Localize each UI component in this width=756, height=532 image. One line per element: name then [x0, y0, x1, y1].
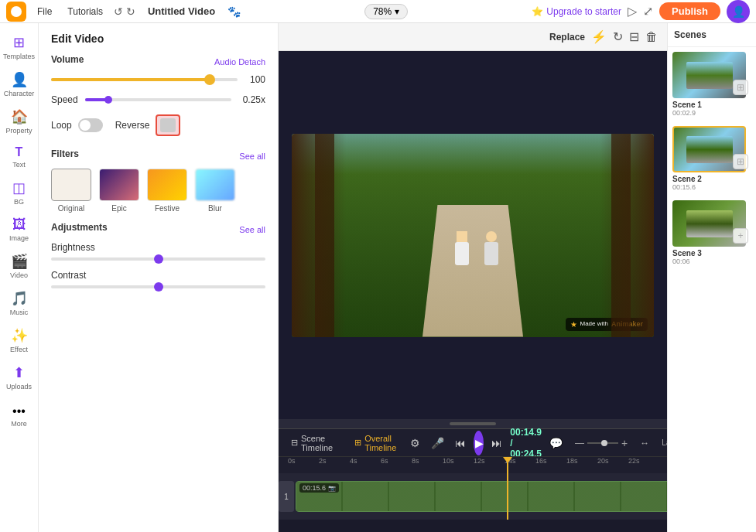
volume-value: 100: [244, 74, 265, 85]
sidebar-item-more[interactable]: ••• More: [2, 400, 36, 432]
loop-toggle[interactable]: [78, 118, 103, 132]
reverse-toggle[interactable]: [156, 114, 180, 136]
character-icon: 👤: [11, 71, 28, 88]
share-button[interactable]: ⤢: [643, 4, 653, 19]
runners: [455, 231, 498, 265]
scene-timeline-icon: ⊟: [291, 438, 298, 448]
filter-epic[interactable]: Epic: [99, 169, 139, 213]
loop-icon[interactable]: ↻: [613, 29, 623, 44]
tick-4s: 4s: [350, 457, 357, 465]
settings-icon[interactable]: ⚙: [407, 435, 423, 451]
contrast-slider[interactable]: [51, 285, 265, 288]
voice-icon[interactable]: 🎤: [428, 435, 447, 451]
play-icon: ▶: [475, 437, 484, 449]
scene-timeline-tab[interactable]: ⊟ Scene Timeline: [285, 432, 339, 454]
sidebar-item-music[interactable]: 🎵 Music: [2, 285, 36, 321]
tutorials-menu[interactable]: Tutorials: [63, 6, 108, 17]
sidebar-item-effect[interactable]: ✨ Effect: [2, 322, 36, 358]
animate-icon[interactable]: ⚡: [591, 29, 607, 44]
file-menu[interactable]: File: [32, 6, 56, 17]
center-area: Replace ⚡ ↻ ⊟ 🗑: [279, 23, 667, 532]
edit-panel: Edit Video Volume Audio Detach 100 Speed…: [39, 23, 279, 532]
volume-label: Volume: [51, 54, 84, 65]
zoom-control[interactable]: 78% ▾: [364, 4, 408, 19]
split-icon[interactable]: ⊟: [629, 29, 639, 44]
scene-1-preview: [686, 62, 733, 89]
runner-1-body: [455, 242, 469, 265]
upgrade-label: Upgrade to starter: [546, 6, 621, 17]
upgrade-button[interactable]: ⭐ Upgrade to starter: [532, 6, 621, 17]
sidebar-item-uploads[interactable]: ⬆ Uploads: [2, 360, 36, 395]
preview-button[interactable]: ▷: [628, 4, 637, 19]
play-button[interactable]: ▶: [474, 431, 484, 455]
filters-see-all[interactable]: See all: [239, 152, 265, 161]
speed-value: 0.25x: [238, 94, 265, 105]
filter-blur[interactable]: Blur: [195, 169, 235, 213]
runner-2-body: [484, 242, 498, 265]
tick-2s: 2s: [319, 457, 327, 465]
sidebar-item-templates[interactable]: ⊞ Templates: [2, 29, 36, 65]
scenes-header: Scenes: [668, 23, 756, 47]
contrast-label: Contrast: [51, 270, 265, 281]
clip-frames: [296, 482, 667, 511]
scene-item-2[interactable]: ⊞ Scene 2 00:15.6: [668, 121, 756, 196]
scene-item-1[interactable]: ⊞ Scene 1 00:02.9: [668, 47, 756, 121]
volume-slider-track[interactable]: [51, 78, 238, 81]
text-icon: T: [15, 145, 23, 159]
reverse-toggle-inner: [160, 118, 176, 132]
adjustments-see-all[interactable]: See all: [239, 225, 265, 234]
adjustments-label: Adjustments: [51, 222, 108, 233]
delete-icon[interactable]: 🗑: [645, 30, 658, 44]
track-clip-main[interactable]: 00:15.6 📷 ••• 3: [296, 481, 667, 512]
filters-label: Filters: [51, 148, 79, 159]
sidebar-item-text[interactable]: T Text: [2, 141, 36, 173]
toggle-knob: [80, 120, 91, 131]
brightness-label: Brightness: [51, 242, 265, 253]
tick-16s: 16s: [535, 457, 547, 465]
timeline-tracks: 1 00:15.6 📷 ••• 3: [279, 473, 667, 520]
scenes-panel: Scenes ⊞ Scene 1 00:02.9 ⊞ Scene 2 00:15…: [667, 23, 756, 532]
skip-back-button[interactable]: ⏮: [452, 435, 469, 451]
speed-control: Speed 0.25x: [51, 94, 265, 105]
timeline-scrollbar[interactable]: [279, 520, 667, 532]
track-number: 1: [279, 481, 294, 512]
speed-slider-track[interactable]: [85, 98, 231, 101]
publish-button[interactable]: Publish: [659, 2, 720, 20]
filter-festive[interactable]: Festive: [147, 169, 187, 213]
user-avatar[interactable]: 👤: [727, 0, 750, 23]
runner-1: [455, 231, 469, 265]
project-title[interactable]: Untitled Video: [148, 5, 215, 17]
timeline-controls: ⊟ Scene Timeline ⊞ Overall Timeline ⚙ 🎤 …: [279, 428, 667, 456]
overall-timeline-tab[interactable]: ⊞ Overall Timeline: [348, 432, 402, 454]
zoom-value: 78%: [373, 6, 392, 17]
sidebar-item-property[interactable]: 🏠 Property: [2, 104, 36, 139]
title-check-icon: 🐾: [227, 5, 241, 18]
brightness-slider[interactable]: [51, 257, 265, 261]
sidebar-item-character[interactable]: 👤 Character: [2, 66, 36, 102]
sidebar-item-video[interactable]: 🎬 Video: [2, 248, 36, 284]
scene-item-3[interactable]: + Scene 3 00:06: [668, 196, 756, 270]
audio-detach-button[interactable]: Audio Detach: [214, 57, 265, 66]
current-time: 00:14.9 / 00:24.5: [510, 427, 542, 459]
edit-panel-title: Edit Video: [51, 32, 265, 45]
sidebar-item-image[interactable]: 🖼 Image: [2, 212, 36, 247]
filter-original[interactable]: Original: [51, 169, 91, 213]
filter-original-thumb: [51, 169, 91, 201]
layer-label: Layer: [662, 438, 667, 447]
scene-3-add[interactable]: +: [733, 228, 748, 244]
tick-18s: 18s: [566, 457, 578, 465]
scene-2-expand[interactable]: ⊞: [733, 154, 748, 169]
overall-timeline-icon: ⊞: [354, 438, 361, 448]
scene-1-expand[interactable]: ⊞: [733, 80, 748, 95]
captions-button[interactable]: 💬: [546, 435, 566, 451]
tree-right: [600, 134, 654, 337]
expand-button[interactable]: ↔: [637, 436, 652, 450]
tick-6s: 6s: [381, 457, 388, 465]
skip-forward-button[interactable]: ⏭: [488, 435, 505, 451]
redo-button[interactable]: ↻: [126, 5, 135, 18]
volume-control: 100: [51, 74, 265, 85]
filters-grid: Original Epic Festive Blur: [51, 169, 265, 213]
loop-toggle-wrap: Loop: [51, 118, 103, 132]
undo-button[interactable]: ↺: [114, 5, 123, 18]
sidebar-item-bg[interactable]: ◫ BG: [2, 175, 36, 210]
